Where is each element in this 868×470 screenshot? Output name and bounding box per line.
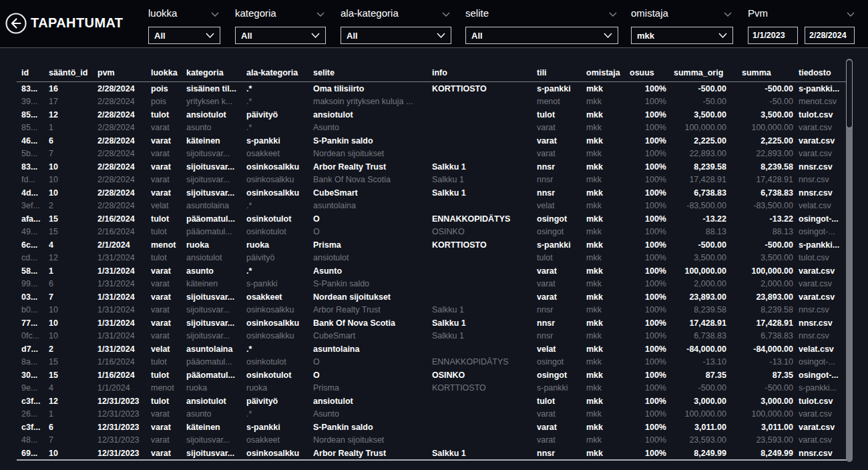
column-header-tili[interactable]: tili [537,68,586,77]
table-row[interactable]: 77...101/31/2024varatsijoitusvar...osink… [21,316,848,330]
table-row[interactable]: 69...1012/31/2023varatsijoitusvar...osin… [21,447,848,460]
table-row[interactable]: fd...102/28/2024varatsijoitusvar...osink… [21,174,848,187]
table-row[interactable]: 85...12/28/2024varatasunto.*Asuntovaratm… [21,122,848,135]
cell-omistaja: mkk [586,175,630,184]
cell-ala_kategoria: s-pankki [246,136,313,146]
column-header-ala_kategoria[interactable]: ala-kategoria [246,68,313,77]
cell-tili: osingot [537,227,586,236]
cell-saanto_id: 15 [49,371,97,380]
table-row[interactable]: 85...122/28/2024tulotansiotulotpäivityöa… [21,108,848,122]
table-row[interactable]: b0...101/31/2024varatsijoitusvar...osink… [21,304,848,317]
cell-tiedosto: s-pankki... [795,240,848,250]
column-header-pvm[interactable]: pvm▼ [97,68,151,77]
filter-selite-dropdown[interactable]: All [465,27,618,44]
cell-omistaja: mkk [586,423,630,432]
cell-id: 3ef... [21,201,49,210]
cell-luokka: varat [151,435,186,445]
table-row[interactable]: 4d...102/28/2024varatsijoitusvar...osink… [21,186,848,200]
filter-luokka-dropdown[interactable]: All [148,27,220,44]
table-row[interactable]: 83...102/28/2024varatsijoitusvar...osink… [21,160,848,174]
back-button[interactable] [5,12,27,35]
filter-omistaja-dropdown[interactable]: mkk [631,27,733,44]
column-header-summa_orig[interactable]: summa_orig [668,68,728,77]
cell-tili: varat [537,292,586,302]
cell-info: KORTTIOSTO [432,383,537,393]
vertical-scrollbar-thumb[interactable] [846,59,853,128]
filter-kategoria-label: kategoria [235,6,326,21]
cell-luokka: varat [151,123,186,132]
horizontal-scrollbar[interactable] [17,459,852,461]
cell-summa: 88.13 [728,227,795,236]
cell-id: 39... [21,97,49,106]
table-row[interactable]: 9e...41/1/2024menotruokaruokaPrismaKORTT… [21,382,848,395]
cell-kategoria: asunto [186,409,246,419]
cell-selite: ansiotulot [313,397,432,406]
table-row[interactable]: c3f...612/31/2023varatkäteinens-pankkiS-… [21,421,848,434]
cell-tili: menot [537,97,586,106]
column-header-tiedosto[interactable]: tiedosto [795,68,848,77]
table-row[interactable]: 0fc...101/31/2024varatsijoitusvar...osin… [21,330,848,343]
table-row[interactable]: 03...71/31/2024varatsijoitusvar...osakke… [21,290,848,304]
table-row[interactable]: 46...62/28/2024varatkäteinens-pankkiS-Pa… [21,134,848,148]
table-row[interactable]: 30...151/16/2024tulotpääomatul...osinkot… [21,369,848,382]
cell-tili: varat [537,409,586,419]
table-row[interactable]: afa...152/16/2024tulotpääomatul...osinko… [21,212,848,226]
column-header-omistaja[interactable]: omistaja [586,68,630,77]
column-header-saanto_id[interactable]: sääntö_id [49,68,97,77]
column-header-id[interactable]: id [21,68,49,77]
cell-summa_orig: 3,500.00 [668,110,728,120]
date-to-input[interactable]: 2/28/2024 [805,27,855,44]
table-row[interactable]: 26...112/31/2023varatasunto.*Asuntovarat… [21,408,848,421]
collapse-chevron-icon[interactable] [211,8,219,20]
cell-tili: varat [537,279,586,288]
cell-tili: tulot [537,253,586,262]
table-row[interactable]: 58...11/31/2024varatasunto.*Asuntovaratm… [21,264,848,278]
cell-selite: O [313,371,432,380]
cell-osuus: 100% [630,214,668,224]
column-header-summa[interactable]: summa [728,68,795,77]
table-row[interactable]: 49...152/16/2024tulotpääomatul...osinkot… [21,226,848,239]
cell-luokka: velat [151,201,186,210]
cell-tiedosto: varat.csv [795,279,848,288]
cell-selite: Bank Of Nova Scotia [313,175,432,184]
collapse-chevron-icon[interactable] [316,8,324,20]
cell-ala_kategoria: osinkotulot [246,214,313,224]
cell-summa_orig: 100,000.00 [668,266,728,276]
cell-info: KORTTIOSTO [432,84,537,93]
vertical-scrollbar-track[interactable] [846,59,853,462]
cell-summa: 8,249.99 [728,449,795,458]
arrow-left-circle-icon [5,12,27,35]
collapse-chevron-icon[interactable] [609,8,617,20]
cell-tiedosto: tulot.csv [795,397,848,406]
collapse-chevron-icon[interactable] [442,8,450,20]
table-row[interactable]: 39...172/28/2024poisyrityksen k....*maks… [21,95,848,109]
cell-osuus: 100% [630,449,668,458]
cell-saanto_id: 4 [49,240,97,250]
cell-kategoria: sijoitusvar... [186,449,246,458]
filter-kategoria-dropdown[interactable]: All [235,27,326,44]
table-row[interactable]: cd...121/31/2024tulotansiotulotpäivityöa… [21,252,848,265]
table-row[interactable]: 99...61/31/2024varatkäteinens-pankkiS-Pa… [21,278,848,291]
column-header-selite[interactable]: selite [313,68,432,77]
table-row[interactable]: d7...21/31/2024velatasuntolaina.*asuntol… [21,342,848,356]
table-row[interactable]: 5b...72/28/2024varatsijoitusvar...osakke… [21,148,848,161]
table-row[interactable]: 3ef...22/28/2024velatasuntolaina.*asunto… [21,200,848,213]
cell-id: 83... [21,84,49,93]
table-row[interactable]: 83...162/28/2024poissisäinen til....*Oma… [21,82,848,95]
table-row[interactable]: c3f...1212/31/2023tulotansiotulotpäivity… [21,395,848,408]
column-header-osuus[interactable]: osuus [630,68,668,77]
column-header-info[interactable]: info [432,68,537,77]
table-row[interactable]: 6c...42/1/2024menotruokaruokaPrismaKORTT… [21,238,848,252]
cell-summa: 100,000.00 [728,409,795,419]
table-row[interactable]: 48...712/31/2023varatsijoitusvar...osakk… [21,434,848,447]
collapse-chevron-icon[interactable] [847,8,855,20]
cell-ala_kategoria: .* [246,344,313,354]
chevron-down-icon [437,33,445,39]
date-from-input[interactable]: 1/1/2023 [748,27,798,44]
cell-kategoria: sijoitusvar... [186,149,246,158]
column-header-kategoria[interactable]: kategoria [186,68,246,77]
collapse-chevron-icon[interactable] [724,8,732,20]
table-row[interactable]: 8a...151/16/2024tulotpääomatul...osinkot… [21,356,848,369]
filter-ala-kategoria-dropdown[interactable]: All [341,27,451,44]
column-header-luokka[interactable]: luokka [151,68,186,77]
